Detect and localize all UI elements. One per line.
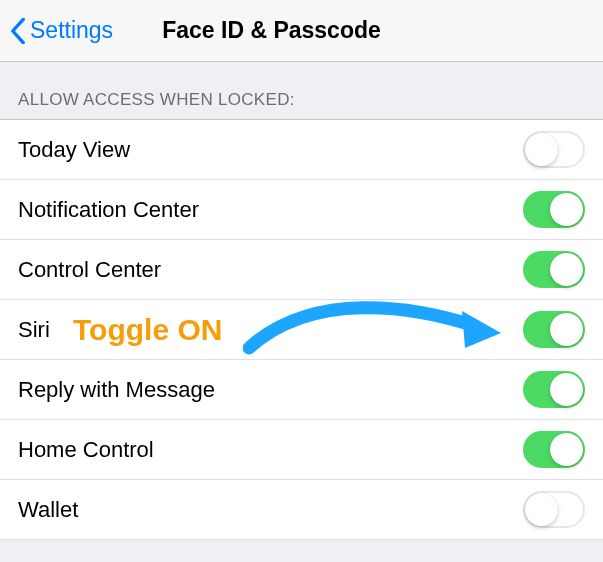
row-control-center: Control Center bbox=[0, 240, 603, 300]
row-siri: Siri Toggle ON bbox=[0, 300, 603, 360]
row-label: Today View bbox=[18, 137, 130, 163]
row-notification-center: Notification Center bbox=[0, 180, 603, 240]
row-label: Reply with Message bbox=[18, 377, 215, 403]
chevron-left-icon bbox=[10, 18, 26, 44]
section-header: ALLOW ACCESS WHEN LOCKED: bbox=[0, 62, 603, 119]
toggle-knob bbox=[550, 373, 583, 406]
row-reply-with-message: Reply with Message bbox=[0, 360, 603, 420]
toggle-notification-center[interactable] bbox=[523, 191, 585, 228]
svg-marker-0 bbox=[462, 311, 501, 348]
toggle-knob bbox=[550, 313, 583, 346]
settings-list: Today View Notification Center Control C… bbox=[0, 119, 603, 540]
toggle-home-control[interactable] bbox=[523, 431, 585, 468]
row-today-view: Today View bbox=[0, 120, 603, 180]
row-home-control: Home Control bbox=[0, 420, 603, 480]
annotation-text: Toggle ON bbox=[73, 313, 222, 347]
toggle-knob bbox=[525, 133, 558, 166]
row-label: Siri bbox=[18, 317, 50, 343]
row-label: Control Center bbox=[18, 257, 161, 283]
toggle-knob bbox=[550, 193, 583, 226]
toggle-siri[interactable] bbox=[523, 311, 585, 348]
toggle-knob bbox=[525, 493, 558, 526]
toggle-reply-with-message[interactable] bbox=[523, 371, 585, 408]
row-label: Home Control bbox=[18, 437, 154, 463]
back-label: Settings bbox=[30, 17, 113, 44]
row-label: Notification Center bbox=[18, 197, 199, 223]
toggle-control-center[interactable] bbox=[523, 251, 585, 288]
toggle-knob bbox=[550, 433, 583, 466]
navigation-bar: Settings Face ID & Passcode bbox=[0, 0, 603, 62]
row-wallet: Wallet bbox=[0, 480, 603, 540]
toggle-knob bbox=[550, 253, 583, 286]
toggle-wallet[interactable] bbox=[523, 491, 585, 528]
arrow-icon bbox=[243, 292, 503, 362]
row-label: Wallet bbox=[18, 497, 78, 523]
toggle-today-view[interactable] bbox=[523, 131, 585, 168]
back-button[interactable]: Settings bbox=[10, 17, 113, 44]
